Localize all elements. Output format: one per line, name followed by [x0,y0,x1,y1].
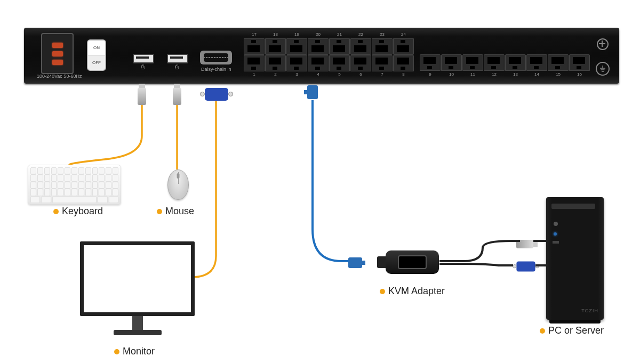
rj45-port[interactable] [372,38,393,55]
label-kvm-adapter: KVM Adapter [380,286,445,297]
bullet-icon [157,209,162,214]
label-monitor: Monitor [114,346,155,357]
label-pc: PC or Server [540,325,604,336]
power-socket [41,33,74,74]
port-labels-bottom-a: 12345678 [244,72,414,77]
rj45-port[interactable] [569,54,590,71]
rj45-connector [307,85,318,99]
vga-connector [516,261,535,271]
kvm-switch-rear: 100-240Vac 50-60Hz ON OFF ⎙ ⎙ Daisy-chai… [24,28,619,84]
port-bank-a [244,38,414,71]
vga-connector [205,88,228,101]
usb-port-2[interactable] [167,54,188,63]
rj45-port[interactable] [329,55,350,71]
ground-icon [596,62,610,76]
screw-icon [597,38,609,50]
usb-icon: ⎙ [133,63,152,70]
rj45-port[interactable] [350,38,371,55]
mouse-device [167,169,189,200]
daisy-chain-label: Daisy-chain in [201,67,231,72]
rj45-port[interactable] [286,38,307,55]
usb-connector [138,88,146,105]
label-keyboard: Keyboard [53,206,103,217]
rj45-port[interactable] [548,54,569,71]
rj45-port[interactable] [286,55,307,71]
rj45-port[interactable] [308,55,329,71]
daisy-chain-port[interactable] [200,51,232,64]
power-toggle[interactable]: ON OFF [87,39,106,71]
ground-screw-area [594,38,612,76]
label-mouse: Mouse [157,206,194,217]
rj45-port[interactable] [526,54,547,71]
port-labels-top: 17 18 19 20 21 22 23 24 [244,32,414,37]
rj45-port[interactable] [393,38,414,55]
rj45-port[interactable] [265,38,286,55]
rj45-port[interactable] [441,54,462,71]
rj45-port[interactable] [265,55,286,71]
bullet-icon [540,328,545,334]
usb-connector [173,88,181,105]
rj45-port[interactable] [420,54,441,71]
rj45-port[interactable] [462,54,483,71]
port-bank-b [420,54,590,71]
rj45-port[interactable] [308,38,329,55]
rj45-port[interactable] [244,38,265,55]
rj45-port[interactable] [505,54,526,71]
usb-icon: ⎙ [167,63,186,70]
rj45-port[interactable] [393,55,414,71]
usb-connector [516,240,533,248]
rj45-port[interactable] [484,54,505,71]
bullet-icon [380,289,385,294]
keyboard-device [28,165,121,205]
bullet-icon [53,209,59,214]
usb-port-1[interactable] [133,54,154,63]
bullet-icon [114,349,119,354]
rj45-connector [348,257,362,268]
rj45-port[interactable] [244,55,265,71]
kvm-adapter-device [386,250,439,274]
monitor-device [80,241,195,345]
rj45-port[interactable] [372,55,393,71]
port-labels-bottom-b: 910111213141516 [420,72,590,77]
pc-tower-device: TOZIH [546,197,604,320]
rj45-port[interactable] [350,55,371,71]
psu-rating-label: 100-240Vac 50-60Hz [37,74,82,79]
rj45-port[interactable] [329,38,350,55]
